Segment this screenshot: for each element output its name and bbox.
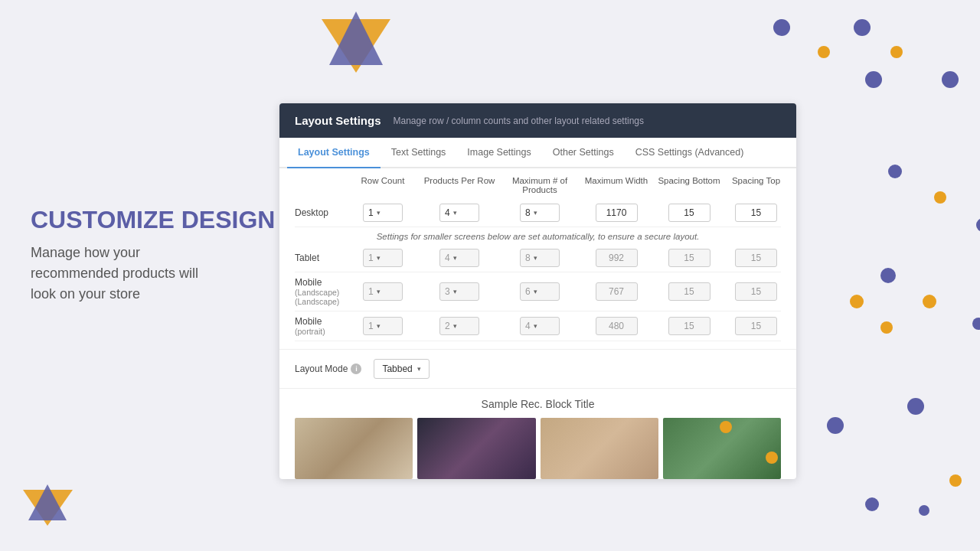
device-label-desktop: Desktop (295, 207, 348, 218)
col-max-width: Maximum Width (578, 176, 655, 194)
sample-block-title: Sample Rec. Block Title (295, 398, 781, 410)
decorative-dot (976, 218, 980, 232)
chevron-icon: ▾ (377, 288, 381, 295)
mobile-pt-spacing-top-input (735, 317, 777, 335)
decorative-dot (827, 417, 844, 434)
sample-product-image (417, 418, 535, 479)
mobile-pt-max-products-select: 4 ▾ (520, 317, 560, 335)
chevron-icon: ▾ (453, 322, 457, 330)
desktop-row-count-select[interactable]: 1 ▾ (363, 204, 403, 222)
chevron-icon: ▾ (534, 322, 537, 330)
small-logo (19, 478, 77, 536)
desktop-products-per-row-select[interactable]: 4 ▾ (439, 204, 479, 222)
tablet-max-width-input (596, 249, 638, 267)
desktop-max-products-cell: 8 ▾ (501, 204, 578, 222)
mobile-ls-products-per-row-value: 3 (445, 286, 450, 297)
col-max-products: Maximum # of Products (501, 176, 578, 194)
decorative-dot (865, 497, 879, 511)
tab-image-settings[interactable]: Image Settings (456, 138, 541, 168)
tablet-max-products-select: 8 ▾ (520, 249, 560, 267)
sample-product-image (295, 418, 413, 479)
mobile-pt-spacing-bottom-cell (655, 317, 724, 335)
desktop-spacing-top-cell (724, 204, 789, 222)
desktop-max-products-select[interactable]: 8 ▾ (520, 204, 560, 222)
tablet-spacing-top-cell (724, 249, 789, 267)
tablet-max-products-cell: 8 ▾ (501, 249, 578, 267)
mobile-ls-spacing-bottom-cell (655, 282, 724, 301)
mobile-pt-max-width-input (596, 317, 638, 335)
chevron-down-icon: ▾ (417, 365, 421, 373)
tablet-products-per-row-cell: 4 ▾ (417, 249, 501, 267)
col-products-per-row: Products Per Row (417, 176, 501, 194)
decorative-dot (919, 505, 929, 516)
chevron-icon: ▾ (534, 254, 537, 262)
tab-other-settings[interactable]: Other Settings (542, 138, 625, 168)
desktop-max-products-value: 8 (525, 207, 531, 218)
desktop-spacing-top-input[interactable] (735, 204, 777, 222)
mobile-ls-spacing-top-input (735, 282, 777, 301)
tablet-max-products-value: 8 (525, 253, 531, 263)
decorative-dot (818, 46, 830, 58)
desktop-max-width-input[interactable] (596, 204, 638, 222)
device-sub-portrait: (portrait) (295, 327, 348, 336)
tablet-spacing-bottom-cell (655, 249, 724, 267)
tablet-spacing-bottom-input (668, 249, 710, 267)
mobile-pt-row-count-select: 1 ▾ (363, 317, 403, 335)
column-headers: Row Count Products Per Row Maximum # of … (295, 168, 781, 199)
mobile-pt-max-products-value: 4 (525, 321, 531, 331)
mobile-pt-spacing-top-cell (724, 317, 789, 335)
decorative-dot (880, 268, 896, 283)
info-icon[interactable]: i (351, 364, 361, 374)
panel-subtitle: Manage row / column counts and other lay… (394, 116, 645, 126)
tablet-row-count-select: 1 ▾ (363, 249, 403, 267)
col-device (295, 176, 348, 194)
tab-css-settings[interactable]: CSS Settings (Advanced) (625, 138, 755, 168)
mobile-ls-max-products-select: 6 ▾ (520, 282, 560, 301)
tablet-row-count-cell: 1 ▾ (348, 249, 417, 267)
tablet-products-per-row-select: 4 ▾ (439, 249, 479, 267)
mobile-ls-products-per-row-select: 3 ▾ (439, 282, 479, 301)
decorative-dot (865, 71, 882, 88)
decorative-dot (888, 165, 902, 178)
desktop-spacing-bottom-input[interactable] (668, 204, 710, 222)
decorative-dot (854, 19, 871, 36)
chevron-icon: ▾ (453, 254, 457, 262)
main-logo (314, 4, 398, 88)
tab-layout-settings[interactable]: Layout Settings (287, 138, 381, 168)
tablet-products-per-row-value: 4 (445, 253, 450, 263)
desktop-spacing-bottom-cell (655, 204, 724, 222)
device-label-tablet: Tablet (295, 253, 348, 263)
device-sub-label: (Landscape) (295, 288, 348, 297)
decorative-dot (720, 421, 732, 433)
mobile-pt-max-products-cell: 4 ▾ (501, 317, 578, 335)
decorative-dot (972, 318, 980, 330)
tab-bar: Layout Settings Text Settings Image Sett… (279, 138, 796, 168)
layout-mode-text: Layout Mode (295, 364, 348, 374)
col-spacing-top: Spacing Top (724, 176, 789, 194)
tab-text-settings[interactable]: Text Settings (381, 138, 457, 168)
settings-panel: Layout Settings Manage row / column coun… (279, 103, 796, 479)
mobile-ls-products-per-row-cell: 3 ▾ (417, 282, 501, 301)
mobile-pt-products-per-row-cell: 2 ▾ (417, 317, 501, 335)
layout-mode-value: Tabbed (382, 364, 412, 374)
decorative-dot (923, 295, 936, 308)
mobile-ls-spacing-top-cell (724, 282, 789, 301)
layout-mode-select[interactable]: Tabbed ▾ (374, 359, 429, 379)
mobile-pt-row-count-cell: 1 ▾ (348, 317, 417, 335)
promo-description: Manage how your recommended products wil… (31, 243, 214, 305)
chevron-icon: ▾ (453, 288, 457, 295)
desktop-products-per-row-value: 4 (445, 207, 450, 218)
sample-product-images (295, 418, 781, 479)
mobile-ls-max-products-cell: 6 ▾ (501, 282, 578, 301)
device-label-mobile-landscape: Mobile (Landscape) (Landscape) (295, 277, 348, 306)
layout-mode-section: Layout Mode i Tabbed ▾ (279, 349, 796, 388)
device-label-mobile-portrait: Mobile (portrait) (295, 316, 348, 336)
mobile-ls-row-count-value: 1 (368, 286, 374, 297)
sample-product-image (541, 418, 658, 479)
device-sub-landscape: (Landscape) (295, 297, 348, 306)
mobile-ls-row-count-select: 1 ▾ (363, 282, 403, 301)
decorative-dot (942, 71, 959, 88)
left-promo-section: CUSTOMIZE DESIGN Manage how your recomme… (31, 207, 275, 305)
chevron-icon: ▾ (377, 209, 381, 217)
table-row: Mobile (portrait) 1 ▾ 2 ▾ 4 ▾ (295, 311, 781, 341)
